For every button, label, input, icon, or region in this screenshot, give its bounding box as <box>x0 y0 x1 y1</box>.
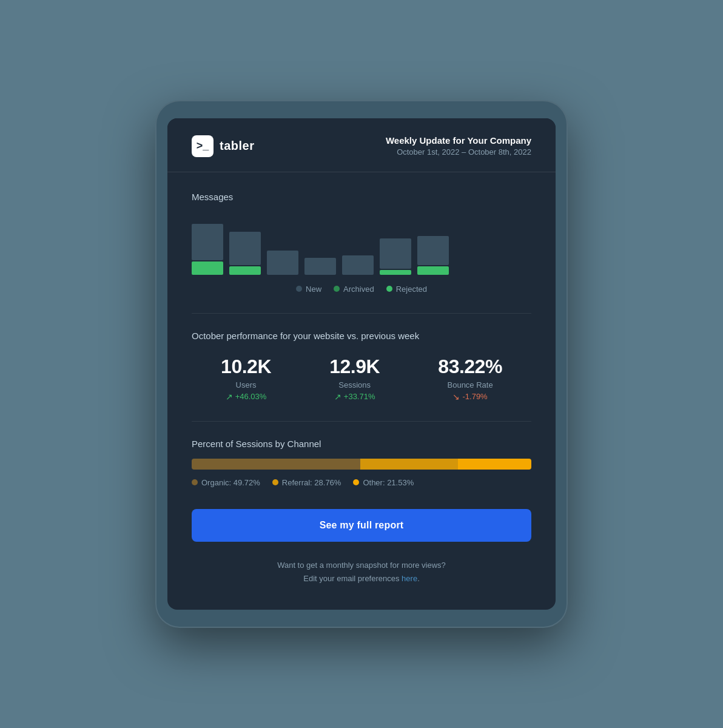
bar-new-3 <box>267 251 298 275</box>
bar-new-4 <box>304 258 336 275</box>
bar-new-7 <box>417 236 449 265</box>
arrow-up-icon: ↗ <box>226 392 233 402</box>
metric-sessions: 12.9K Sessions ↗ +33.71% <box>329 356 380 402</box>
see-full-report-button[interactable]: See my full report <box>192 509 531 542</box>
sessions-progress-bar <box>192 459 531 470</box>
email-header: >_ tabler Weekly Update for Your Company… <box>167 118 556 172</box>
performance-section-title: October performance for your website vs.… <box>192 331 531 341</box>
chart-legend: New Archived Rejected <box>192 285 531 294</box>
channel-dot-organic <box>192 479 198 485</box>
messages-chart <box>192 214 531 275</box>
metric-users-change-value: +46.03% <box>235 392 267 401</box>
metric-users-value: 10.2K <box>221 356 271 378</box>
channel-label-other: Other: 21.53% <box>363 478 414 487</box>
chart-bar-2 <box>229 232 261 275</box>
footer-line2-prefix: Edit your email preferences <box>303 574 402 583</box>
progress-referral <box>360 459 458 470</box>
progress-other <box>458 459 531 470</box>
chart-bar-4 <box>304 258 336 275</box>
channel-label-organic: Organic: 49.72% <box>201 478 260 487</box>
chart-bar-5 <box>342 255 374 275</box>
chart-bar-7 <box>417 236 449 275</box>
channel-label-referral: Referral: 28.76% <box>282 478 341 487</box>
channel-legend-other: Other: 21.53% <box>353 478 414 487</box>
messages-section-title: Messages <box>192 192 531 202</box>
bar-rejected-2 <box>229 266 261 275</box>
legend-new: New <box>296 285 321 294</box>
metric-bounce-change: ↘ -1.79% <box>438 392 502 402</box>
channel-legend-organic: Organic: 49.72% <box>192 478 260 487</box>
arrow-up-icon-2: ↗ <box>334 392 341 402</box>
device-wrapper: >_ tabler Weekly Update for Your Company… <box>155 100 568 628</box>
tabler-logo-icon: >_ <box>192 135 214 157</box>
email-date-range: October 1st, 2022 – October 8th, 2022 <box>386 147 531 157</box>
bar-new-6 <box>380 238 411 269</box>
email-footer: Want to get a monthly snapshot for more … <box>192 559 531 590</box>
footer-line2-suffix: . <box>417 574 420 583</box>
chart-bar-1 <box>192 224 223 275</box>
bar-new-2 <box>229 232 261 265</box>
email-body: Messages <box>167 172 556 610</box>
metric-bounce: 83.22% Bounce Rate ↘ -1.79% <box>438 356 502 402</box>
metric-users-change: ↗ +46.03% <box>221 392 271 402</box>
metric-sessions-label: Sessions <box>329 380 380 389</box>
metric-sessions-change: ↗ +33.71% <box>329 392 380 402</box>
metric-sessions-value: 12.9K <box>329 356 380 378</box>
metric-sessions-change-value: +33.71% <box>344 392 375 401</box>
footer-line1: Want to get a monthly snapshot for more … <box>192 559 531 572</box>
bar-new-1 <box>192 224 223 260</box>
tabler-logo-name: tabler <box>220 139 254 153</box>
legend-archived: Archived <box>334 285 374 294</box>
chart-bar-6 <box>380 238 411 275</box>
metrics-row: 10.2K Users ↗ +46.03% 12.9K Sessions ↗ +… <box>192 356 531 402</box>
legend-dot-archived <box>334 286 340 292</box>
progress-organic <box>192 459 360 470</box>
header-title-area: Weekly Update for Your Company October 1… <box>386 135 531 157</box>
arrow-down-icon: ↘ <box>452 392 460 402</box>
email-card: >_ tabler Weekly Update for Your Company… <box>167 118 556 610</box>
channel-legend-referral: Referral: 28.76% <box>272 478 341 487</box>
bar-rejected-1 <box>192 261 223 275</box>
footer-line2: Edit your email preferences here. <box>192 572 531 585</box>
legend-dot-new <box>296 286 302 292</box>
bar-rejected-6 <box>380 270 411 275</box>
section-divider <box>192 313 531 314</box>
legend-label-new: New <box>306 285 321 294</box>
channel-dot-other <box>353 479 359 485</box>
metric-bounce-value: 83.22% <box>438 356 502 378</box>
bar-new-5 <box>342 255 374 275</box>
footer-link[interactable]: here <box>402 574 417 583</box>
metric-users: 10.2K Users ↗ +46.03% <box>221 356 271 402</box>
channel-section-title: Percent of Sessions by Channel <box>192 439 531 449</box>
legend-dot-rejected <box>386 286 392 292</box>
chart-bar-3 <box>267 251 298 275</box>
legend-rejected: Rejected <box>386 285 427 294</box>
email-title: Weekly Update for Your Company <box>386 135 531 146</box>
metric-bounce-label: Bounce Rate <box>438 380 502 389</box>
bar-rejected-7 <box>417 266 449 275</box>
legend-label-rejected: Rejected <box>396 285 427 294</box>
channel-legend: Organic: 49.72% Referral: 28.76% Other: … <box>192 478 531 487</box>
logo-area: >_ tabler <box>192 135 254 157</box>
metric-bounce-change-value: -1.79% <box>462 392 487 401</box>
metric-users-label: Users <box>221 380 271 389</box>
channel-dot-referral <box>272 479 278 485</box>
section-divider-2 <box>192 421 531 422</box>
legend-label-archived: Archived <box>343 285 374 294</box>
